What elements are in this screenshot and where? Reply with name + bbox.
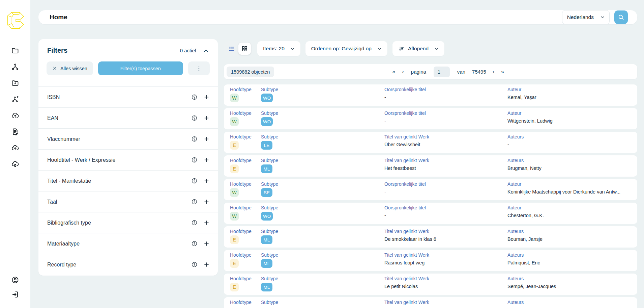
help-icon[interactable] xyxy=(191,136,198,142)
subtype-column-label[interactable]: Subtype xyxy=(261,300,278,305)
title-column-label[interactable]: Oorspronkelijke titel xyxy=(384,181,426,187)
help-icon[interactable] xyxy=(191,178,198,184)
clear-filters-button[interactable]: Alles wissen xyxy=(47,61,93,75)
hoofdtype-column-label[interactable]: Hoofdtype xyxy=(230,205,252,210)
help-icon[interactable] xyxy=(191,220,198,226)
folder-icon[interactable] xyxy=(11,47,19,55)
author-column-label[interactable]: Auteurs xyxy=(507,300,524,305)
author-column-label[interactable]: Auteurs xyxy=(507,229,543,234)
hierarchy-plus-icon[interactable] xyxy=(11,95,19,103)
table-row[interactable]: Hoofdtype E Subtype ML Titel van gelinkt… xyxy=(224,250,637,271)
author-column-label[interactable]: Auteur xyxy=(507,181,620,187)
table-row[interactable]: Hoofdtype W Subtype WO Oorspronkelijke t… xyxy=(224,203,637,224)
subtype-column-label[interactable]: Subtype xyxy=(261,87,278,92)
subtype-column-label[interactable]: Subtype xyxy=(261,158,278,163)
list-view-button[interactable] xyxy=(225,43,238,55)
first-page-button[interactable]: « xyxy=(391,69,397,75)
title-column-label[interactable]: Titel van gelinkt Werk xyxy=(384,300,429,305)
filters-more-button[interactable] xyxy=(188,61,210,75)
hoofdtype-column-label[interactable]: Hoofdtype xyxy=(230,110,252,116)
title-column-label[interactable]: Titel van gelinkt Werk xyxy=(384,158,429,163)
table-row[interactable]: Hoofdtype W Subtype WO Oorspronkelijke t… xyxy=(224,84,637,106)
app-logo[interactable] xyxy=(5,10,26,31)
page-number-input[interactable] xyxy=(434,67,450,77)
help-icon[interactable] xyxy=(191,157,198,163)
filter-row[interactable]: Taal xyxy=(38,191,218,212)
subtype-column-label[interactable]: Subtype xyxy=(261,134,278,139)
subtype-column-label[interactable]: Subtype xyxy=(261,252,278,258)
folder-plus-icon[interactable] xyxy=(11,79,19,87)
title-column-label[interactable]: Oorspronkelijke titel xyxy=(384,205,426,210)
help-icon[interactable] xyxy=(191,261,198,268)
previous-page-button[interactable]: ‹ xyxy=(400,69,405,75)
hoofdtype-column-label[interactable]: Hoofdtype xyxy=(230,134,252,139)
hoofdtype-column-label[interactable]: Hoofdtype xyxy=(230,181,252,187)
hoofdtype-column-label[interactable]: Hoofdtype xyxy=(230,276,252,281)
title-column-label[interactable]: Oorspronkelijke titel xyxy=(384,87,426,92)
filter-row[interactable]: Titel - Manifestatie xyxy=(38,170,218,191)
title-column-label[interactable]: Titel van gelinkt Werk xyxy=(384,134,429,139)
plus-icon[interactable] xyxy=(203,115,210,121)
table-row[interactable]: Hoofdtype E Subtype ML Titel van gelinkt… xyxy=(224,226,637,248)
table-row[interactable]: Hoofdtype E Subtype ML Titel van gelinkt… xyxy=(224,274,637,295)
subtype-column-label[interactable]: Subtype xyxy=(261,205,278,210)
grid-view-button[interactable] xyxy=(238,43,251,55)
search-button[interactable] xyxy=(614,10,628,24)
filter-row[interactable]: Record type xyxy=(38,254,218,275)
title-column-label[interactable]: Titel van gelinkt Werk xyxy=(384,252,429,258)
plus-icon[interactable] xyxy=(203,240,210,247)
plus-icon[interactable] xyxy=(203,199,210,205)
table-row[interactable]: Hoofdtype E Subtype ML Titel van gelinkt… xyxy=(224,155,637,177)
hoofdtype-column-label[interactable]: Hoofdtype xyxy=(230,300,252,305)
plus-icon[interactable] xyxy=(203,157,210,163)
author-column-label[interactable]: Auteur xyxy=(507,87,536,92)
table-row[interactable]: Hoofdtype Subtype Titel van gelinkt Werk… xyxy=(224,297,637,308)
hoofdtype-column-label[interactable]: Hoofdtype xyxy=(230,229,252,234)
author-column-label[interactable]: Auteurs xyxy=(507,134,524,139)
apply-filters-button[interactable]: Filter(s) toepassen xyxy=(98,61,183,75)
filter-row[interactable]: ISBN xyxy=(38,86,218,107)
user-circle-icon[interactable] xyxy=(11,276,19,284)
help-icon[interactable] xyxy=(191,199,198,205)
sort-direction-dropdown[interactable]: Aflopend xyxy=(392,41,444,56)
table-row[interactable]: Hoofdtype E Subtype LE Titel van gelinkt… xyxy=(224,132,637,153)
sort-by-dropdown[interactable]: Ordenen op: Gewijzigd op xyxy=(305,41,387,56)
plus-icon[interactable] xyxy=(203,261,210,268)
subtype-column-label[interactable]: Subtype xyxy=(261,229,278,234)
table-row[interactable]: Hoofdtype W Subtype WO Oorspronkelijke t… xyxy=(224,108,637,129)
cloud-upload-icon[interactable] xyxy=(11,144,19,152)
title-column-label[interactable]: Oorspronkelijke titel xyxy=(384,110,426,116)
next-page-button[interactable]: › xyxy=(491,69,496,75)
author-column-label[interactable]: Auteur xyxy=(507,205,544,210)
language-select[interactable]: Nederlands xyxy=(562,10,610,24)
author-column-label[interactable]: Auteur xyxy=(507,110,553,116)
plus-icon[interactable] xyxy=(203,94,210,100)
filter-row[interactable]: EAN xyxy=(38,107,218,128)
logout-icon[interactable] xyxy=(11,290,19,299)
plus-icon[interactable] xyxy=(203,136,210,142)
hoofdtype-column-label[interactable]: Hoofdtype xyxy=(230,158,252,163)
last-page-button[interactable]: » xyxy=(499,69,506,75)
hoofdtype-column-label[interactable]: Hoofdtype xyxy=(230,252,252,258)
title-column-label[interactable]: Titel van gelinkt Werk xyxy=(384,276,429,281)
cloud-device-icon[interactable] xyxy=(11,160,19,168)
chevron-up-icon[interactable] xyxy=(203,48,209,54)
filter-row[interactable]: Bibliografisch type xyxy=(38,212,218,233)
document-edit-icon[interactable] xyxy=(11,128,19,136)
plus-icon[interactable] xyxy=(203,220,210,226)
subtype-column-label[interactable]: Subtype xyxy=(261,110,278,116)
title-column-label[interactable]: Titel van gelinkt Werk xyxy=(384,229,436,234)
items-per-page-dropdown[interactable]: Items: 20 xyxy=(257,41,300,56)
author-column-label[interactable]: Auteurs xyxy=(507,158,541,163)
plus-icon[interactable] xyxy=(203,178,210,184)
help-icon[interactable] xyxy=(191,240,198,247)
subtype-column-label[interactable]: Subtype xyxy=(261,181,278,187)
hoofdtype-column-label[interactable]: Hoofdtype xyxy=(230,87,252,92)
help-icon[interactable] xyxy=(191,115,198,121)
subtype-column-label[interactable]: Subtype xyxy=(261,276,278,281)
hierarchy-icon[interactable] xyxy=(11,63,19,71)
author-column-label[interactable]: Auteurs xyxy=(507,276,556,281)
filter-row[interactable]: Materiaaltype xyxy=(38,233,218,254)
author-column-label[interactable]: Auteurs xyxy=(507,252,540,258)
filter-row[interactable]: Vlaccnummer xyxy=(38,128,218,149)
